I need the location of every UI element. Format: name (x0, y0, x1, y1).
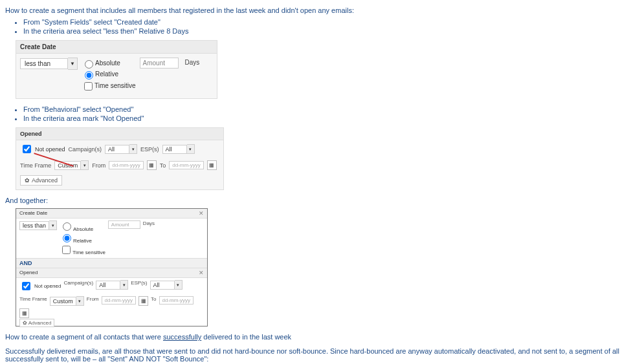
advanced-button[interactable]: ✿ Advanced (19, 319, 54, 327)
unit-label: Days (143, 220, 155, 226)
radio-label: Absolute (95, 59, 120, 67)
radio-label: Time sensitive (94, 82, 136, 89)
radio-input[interactable] (85, 71, 93, 80)
radio-label: Relative (95, 70, 118, 78)
calendar-icon[interactable]: ▦ (207, 160, 217, 170)
chevron-down-icon: ▾ (49, 220, 57, 230)
from-date-input[interactable]: dd-mm-yyyy (109, 161, 144, 169)
campaigns-label: Campaign(s) (63, 280, 93, 286)
checkbox-label: Not opened (35, 146, 65, 153)
heading-segment-1: How to create a segment that includes al… (5, 6, 626, 14)
bullet-item: In the criteria area mark "Not Opened" (23, 114, 626, 122)
panel-header: Opened (16, 128, 223, 140)
chevron-down-icon: ▾ (76, 296, 84, 306)
not-opened-checkbox[interactable]: Not opened (20, 143, 65, 155)
bullet-list-2: From "Behavioral" select "Opened" In the… (5, 105, 626, 122)
amount-input[interactable]: Amount (108, 220, 140, 229)
time-frame-select[interactable]: Custom▾ (50, 296, 84, 306)
close-icon[interactable]: ✕ (199, 270, 204, 276)
radio-time-sensitive[interactable]: Time sensitive (82, 80, 136, 92)
calendar-icon[interactable]: ▦ (138, 296, 148, 306)
radio-input[interactable] (85, 60, 93, 69)
time-frame-label: Time Frame (20, 162, 51, 169)
panel-header: Create Date (16, 41, 217, 54)
panel-opened: Opened Not opened Campaign(s) All▾ ESP(s… (16, 127, 224, 190)
radio-label: Time sensitive (72, 250, 105, 255)
radio-absolute[interactable]: Absolute (82, 58, 136, 69)
amount-input[interactable]: Amount (140, 58, 179, 69)
esp-select[interactable]: All▾ (150, 280, 183, 290)
esp-select[interactable]: All▾ (162, 144, 195, 154)
time-frame-select[interactable]: Custom▾ (54, 160, 89, 170)
time-frame-label: Time Frame (19, 296, 47, 302)
radio-group-mode: Absolute Relative Time sensitive (82, 58, 136, 93)
gear-icon: ✿ (25, 177, 30, 184)
chevron-down-icon: ▾ (120, 280, 128, 290)
calendar-icon[interactable]: ▦ (147, 160, 157, 170)
select-value: less than (19, 221, 49, 230)
radio-absolute[interactable]: Absolute (60, 220, 105, 232)
radio-label: Absolute (73, 226, 93, 232)
advanced-button[interactable]: ✿Advanced (20, 175, 62, 186)
select-value: All (150, 281, 175, 290)
select-value: All (96, 281, 120, 290)
unit-label: Days (183, 58, 203, 67)
checkbox-label: Not opened (34, 283, 61, 289)
campaigns-label: Campaign(s) (69, 146, 102, 153)
radio-input[interactable] (63, 222, 71, 231)
select-value: Custom (50, 297, 76, 306)
panel-combined: Create Date✕ less than▾ Absolute Relativ… (16, 208, 208, 327)
chevron-down-icon: ▾ (175, 280, 183, 290)
operator-value: less than (20, 58, 68, 69)
text: How to create a segment of all contacts … (5, 333, 163, 341)
select-value: Custom (54, 161, 81, 170)
radio-relative[interactable]: Relative (82, 69, 136, 80)
to-date-input[interactable]: dd-mm-yyyy (159, 296, 194, 305)
text-underlined: successfully (163, 333, 201, 341)
operator-select[interactable]: less than ▼ (20, 58, 78, 70)
calendar-icon[interactable]: ▦ (19, 308, 29, 318)
and-together-heading: And together: (5, 197, 626, 204)
from-label: From (87, 296, 99, 302)
from-date-input[interactable]: dd-mm-yyyy (102, 296, 137, 305)
from-label: From (92, 162, 105, 169)
to-date-input[interactable]: dd-mm-yyyy (169, 161, 204, 169)
close-icon[interactable]: ✕ (199, 210, 204, 217)
checkbox-input[interactable] (84, 82, 93, 91)
heading-segment-2: How to create a segment of all contacts … (5, 333, 626, 341)
chevron-down-icon: ▾ (81, 160, 89, 170)
select-value: All (162, 145, 187, 154)
operator-select[interactable]: less than▾ (19, 220, 57, 230)
button-label: Advanced (28, 320, 52, 326)
radio-relative[interactable]: Relative (60, 232, 105, 244)
section-title: Create Date (19, 210, 47, 217)
chevron-down-icon: ▾ (129, 144, 137, 154)
bullet-item: In the criteria area select "less then" … (23, 27, 626, 35)
checkbox-input[interactable] (22, 282, 30, 290)
bullet-item: From "Behavioral" select "Opened" (23, 105, 626, 113)
select-value: All (105, 145, 129, 154)
to-label: To (160, 162, 166, 169)
section-title: Opened (19, 270, 38, 276)
body-paragraph: Successfully delivered emails, are all t… (5, 347, 626, 363)
panel-create-date: Create Date less than ▼ Absolute Relativ… (16, 40, 217, 99)
bullet-item: From "System Fields" select "Created dat… (23, 18, 626, 26)
esp-label: ESP(s) (131, 280, 147, 286)
not-opened-checkbox[interactable]: Not opened (19, 280, 61, 292)
esp-label: ESP(s) (140, 146, 159, 153)
campaigns-select[interactable]: All▾ (96, 280, 128, 290)
text: delivered to in the last week (201, 333, 291, 341)
radio-time-sensitive[interactable]: Time sensitive (60, 244, 105, 256)
button-label: Advanced (32, 177, 58, 184)
to-label: To (151, 296, 156, 302)
radio-input[interactable] (63, 234, 71, 242)
checkbox-input[interactable] (23, 145, 31, 153)
bullet-list-1: From "System Fields" select "Created dat… (5, 18, 626, 35)
radio-label: Relative (73, 238, 92, 244)
checkbox-input[interactable] (62, 246, 71, 254)
campaigns-select[interactable]: All▾ (105, 144, 137, 154)
chevron-down-icon: ▼ (68, 58, 78, 70)
and-separator: AND (16, 258, 207, 268)
chevron-down-icon: ▾ (187, 144, 195, 154)
